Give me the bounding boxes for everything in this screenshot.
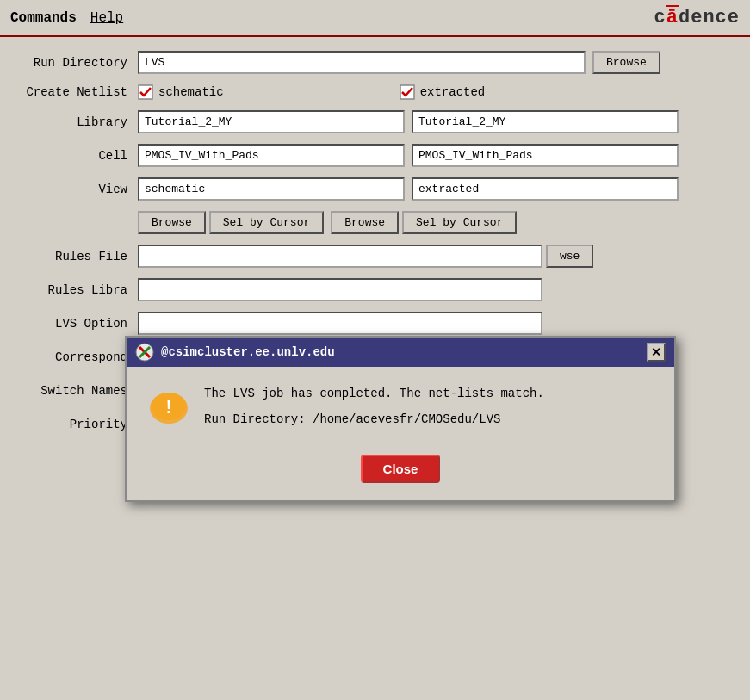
modal-message: The LVS job has completed. The net-lists… (204, 384, 544, 430)
svg-text:!: ! (163, 398, 174, 419)
modal-close-x-button[interactable]: ✕ (647, 343, 666, 362)
modal-overlay: @csimcluster.ee.unlv.edu ✕ ! The LVS job… (0, 0, 750, 700)
modal-message-line1: The LVS job has completed. The net-lists… (204, 384, 544, 403)
x-logo-icon (135, 343, 154, 362)
modal-close-button[interactable]: Close (361, 455, 441, 483)
warning-icon: ! (147, 384, 190, 437)
modal-title-left: @csimcluster.ee.unlv.edu (135, 343, 335, 362)
modal-footer: Close (127, 455, 674, 500)
modal-title-text: @csimcluster.ee.unlv.edu (161, 345, 335, 359)
modal-dialog: @csimcluster.ee.unlv.edu ✕ ! The LVS job… (125, 336, 676, 502)
modal-body: ! The LVS job has completed. The net-lis… (127, 367, 674, 455)
modal-message-line2: Run Directory: /home/acevesfr/CMOSedu/LV… (204, 410, 544, 429)
modal-title-bar: @csimcluster.ee.unlv.edu ✕ (127, 338, 674, 367)
